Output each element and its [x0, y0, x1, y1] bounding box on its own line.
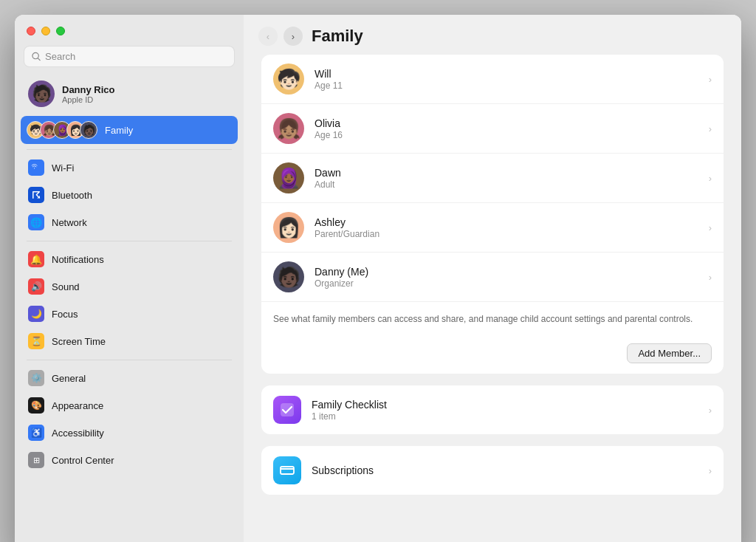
subscriptions-row[interactable]: Subscriptions ›: [261, 446, 724, 495]
member-avatar-danny: 🧑🏿: [273, 261, 304, 292]
sidebar-item-appearance[interactable]: 🎨 Appearance: [21, 392, 238, 419]
member-role-dawn: Adult: [315, 179, 698, 190]
minimize-button[interactable]: [41, 27, 50, 35]
sidebar-divider-1: [27, 149, 232, 150]
subscriptions-chevron-icon: ›: [709, 465, 712, 476]
sidebar-general-label: General: [52, 373, 86, 384]
appearance-icon: 🎨: [28, 397, 44, 414]
accessibility-icon: ♿: [28, 425, 44, 441]
member-name-dawn: Dawn: [315, 167, 698, 179]
sidebar-appearance-label: Appearance: [52, 400, 103, 411]
general-icon: ⚙️: [28, 370, 44, 386]
search-input[interactable]: [45, 51, 227, 62]
checklist-sub: 1 item: [312, 411, 698, 422]
member-row-ashley[interactable]: 👩🏻 Ashley Parent/Guardian ›: [261, 203, 724, 253]
wifi-icon: [28, 159, 44, 176]
member-name-olivia: Olivia: [315, 117, 698, 129]
sidebar-focus-label: Focus: [52, 309, 78, 320]
sidebar-item-family[interactable]: 🧒🏻 👧🏽 🧕🏾 👩🏻 🧑🏿 Family: [21, 116, 238, 144]
sidebar-item-accessibility[interactable]: ♿ Accessibility: [21, 419, 238, 446]
sidebar-item-network[interactable]: 🌐 Network: [21, 209, 238, 236]
member-row-olivia[interactable]: 👧🏽 Olivia Age 16 ›: [261, 104, 724, 154]
main-header: ‹ › Family: [244, 15, 741, 55]
svg-rect-4: [281, 467, 294, 474]
network-icon: 🌐: [28, 214, 44, 230]
subscriptions-card: Subscriptions ›: [261, 446, 724, 495]
member-row-will[interactable]: 🧒🏻 Will Age 11 ›: [261, 55, 724, 104]
family-checklist-card: Family Checklist 1 item ›: [261, 385, 724, 434]
back-chevron-icon: ‹: [267, 31, 269, 42]
sidebar-item-user[interactable]: 🧑🏿 Danny Rico Apple ID: [21, 75, 238, 113]
family-description: See what family members can access and s…: [261, 302, 724, 336]
sidebar-item-sound[interactable]: 🔊 Sound: [21, 273, 238, 300]
member-avatar-dawn: 🧕🏾: [273, 162, 304, 193]
member-avatar-ashley: 👩🏻: [273, 212, 304, 243]
subscriptions-icon: [273, 456, 301, 484]
checklist-icon: [273, 396, 301, 424]
member-row-dawn[interactable]: 🧕🏾 Dawn Adult ›: [261, 154, 724, 203]
sidebar-controlcenter-label: Control Center: [52, 455, 114, 466]
sidebar-item-focus[interactable]: 🌙 Focus: [21, 301, 238, 327]
add-member-row: Add Member...: [261, 336, 724, 374]
family-avatar-5: 🧑🏿: [80, 121, 97, 139]
sidebar-notifications-section: 🔔 Notifications 🔊 Sound 🌙 Focus ⏳: [15, 246, 244, 355]
family-avatars: 🧒🏻 👧🏽 🧕🏾 👩🏻 🧑🏿: [27, 121, 97, 139]
member-avatar-will: 🧒🏻: [273, 64, 304, 95]
sidebar-divider-2: [27, 241, 232, 241]
chevron-right-icon: ›: [709, 74, 712, 85]
member-row-danny[interactable]: 🧑🏿 Danny (Me) Organizer ›: [261, 253, 724, 302]
sidebar-screentime-label: Screen Time: [52, 336, 106, 347]
family-members-card: 🧒🏻 Will Age 11 › 👧🏽 Olivia Age 16 ›: [261, 55, 724, 374]
close-button[interactable]: [27, 27, 35, 35]
chevron-right-icon-3: ›: [709, 173, 712, 184]
controlcenter-icon: ⊞: [28, 452, 44, 468]
titlebar: [15, 15, 244, 43]
member-avatar-olivia: 👧🏽: [273, 113, 304, 144]
member-role-ashley: Parent/Guardian: [315, 229, 698, 239]
screentime-icon: ⏳: [28, 333, 44, 349]
family-checklist-row[interactable]: Family Checklist 1 item ›: [261, 385, 724, 434]
user-subtitle: Apple ID: [62, 95, 115, 104]
notifications-icon: 🔔: [28, 251, 44, 267]
sidebar-item-family-label: Family: [105, 125, 133, 136]
svg-point-2: [34, 168, 35, 168]
sidebar: 🧑🏿 Danny Rico Apple ID 🧒🏻 👧🏽 🧕🏾 👩🏻 🧑🏿 Fa…: [15, 15, 244, 542]
sidebar-system-section: ⚙️ General 🎨 Appearance ♿ Accessibility …: [15, 365, 244, 474]
avatar: 🧑🏿: [28, 80, 55, 107]
add-member-button[interactable]: Add Member...: [627, 343, 712, 363]
member-role-will: Age 11: [315, 80, 698, 91]
member-name-will: Will: [315, 68, 698, 80]
member-role-danny: Organizer: [315, 278, 698, 289]
sidebar-divider-3: [27, 360, 232, 360]
bluetooth-icon: ☈: [28, 187, 44, 203]
sidebar-wifi-label: Wi-Fi: [52, 162, 74, 174]
sidebar-sound-label: Sound: [52, 281, 80, 292]
svg-line-1: [38, 58, 40, 61]
member-name-danny: Danny (Me): [315, 266, 698, 278]
sidebar-item-notifications[interactable]: 🔔 Notifications: [21, 246, 238, 272]
sidebar-connectivity-section: Wi-Fi ☈ Bluetooth 🌐 Network: [15, 154, 244, 236]
sidebar-item-general[interactable]: ⚙️ General: [21, 365, 238, 391]
sidebar-network-label: Network: [52, 217, 87, 228]
member-name-ashley: Ashley: [315, 216, 698, 228]
sidebar-item-wifi[interactable]: Wi-Fi: [21, 154, 238, 181]
chevron-right-icon-2: ›: [709, 123, 712, 134]
maximize-button[interactable]: [56, 27, 65, 35]
sidebar-item-controlcenter[interactable]: ⊞ Control Center: [21, 447, 238, 473]
sidebar-notifications-label: Notifications: [52, 254, 104, 265]
chevron-right-icon-4: ›: [709, 222, 712, 233]
sidebar-item-bluetooth[interactable]: ☈ Bluetooth: [21, 182, 238, 208]
sidebar-bluetooth-label: Bluetooth: [52, 190, 92, 201]
checklist-name: Family Checklist: [312, 399, 698, 411]
sidebar-item-screentime[interactable]: ⏳ Screen Time: [21, 328, 238, 354]
focus-icon: 🌙: [28, 306, 44, 322]
back-button[interactable]: ‹: [258, 27, 278, 46]
search-icon: [32, 52, 41, 61]
user-name: Danny Rico: [62, 84, 115, 95]
sidebar-user-section: 🧑🏿 Danny Rico Apple ID 🧒🏻 👧🏽 🧕🏾 👩🏻 🧑🏿 Fa…: [15, 75, 244, 145]
forward-button[interactable]: ›: [284, 27, 303, 46]
subscriptions-name: Subscriptions: [312, 464, 698, 476]
search-bar[interactable]: [24, 46, 235, 67]
page-title: Family: [312, 27, 363, 46]
checklist-chevron-icon: ›: [709, 405, 712, 416]
